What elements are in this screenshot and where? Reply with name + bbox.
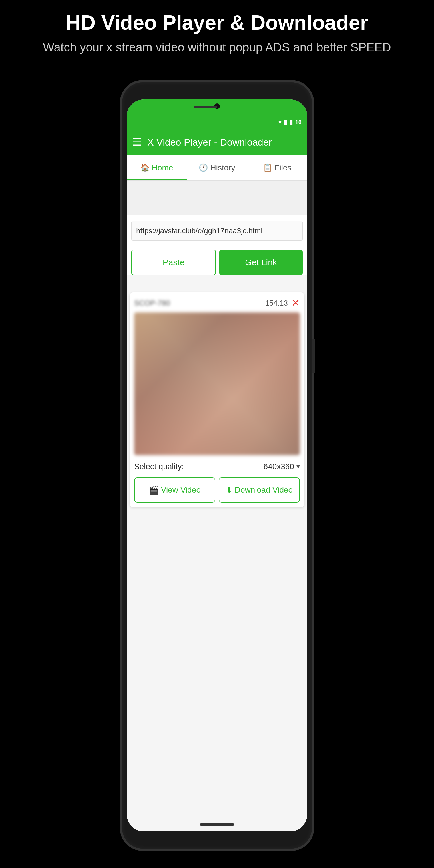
tab-files[interactable]: 📋 Files (247, 155, 307, 181)
download-video-label: Download Video (235, 486, 293, 495)
speaker-notch (194, 106, 217, 108)
video-title: SCOP-780 (134, 299, 263, 308)
video-card: SCOP-780 154:13 ✕ Select quality: 640x36… (130, 292, 304, 507)
download-icon: ⬇ (226, 486, 232, 495)
home-indicator (200, 824, 234, 826)
tab-files-label: Files (274, 163, 291, 173)
phone-screen: ▾ ▮ ▮ 10 ☰ X Video Player - Downloader 🏠… (127, 99, 307, 832)
status-bar: ▾ ▮ ▮ 10 (127, 115, 307, 129)
quality-select[interactable]: 640x360 ▾ (264, 462, 300, 471)
side-button (312, 339, 315, 373)
header-section: HD Video Player & Downloader Watch your … (0, 11, 434, 55)
battery-level: 10 (295, 119, 302, 126)
view-icon: 🎬 (149, 486, 159, 495)
app-bar: ☰ X Video Player - Downloader (127, 129, 307, 155)
home-icon: 🏠 (141, 163, 150, 172)
spacer (127, 275, 307, 292)
ad-banner (127, 181, 307, 215)
quality-value: 640x360 (264, 462, 294, 471)
wifi-icon: ▾ (278, 119, 282, 126)
tab-home[interactable]: 🏠 Home (127, 155, 187, 181)
video-duration: 154:13 (265, 299, 288, 308)
view-video-button[interactable]: 🎬 View Video (134, 477, 215, 502)
tab-history[interactable]: 🕐 History (187, 155, 247, 181)
download-video-button[interactable]: ⬇ Download Video (219, 477, 300, 502)
view-video-label: View Video (161, 486, 201, 495)
paste-button[interactable]: Paste (131, 250, 216, 275)
phone-shell: ▾ ▮ ▮ 10 ☰ X Video Player - Downloader 🏠… (120, 80, 314, 851)
notch-bar (127, 99, 307, 115)
tab-bar: 🏠 Home 🕐 History 📋 Files (127, 155, 307, 181)
quality-row: Select quality: 640x360 ▾ (134, 460, 300, 473)
tab-home-label: Home (152, 163, 173, 173)
tab-history-label: History (210, 163, 235, 173)
get-link-button[interactable]: Get Link (219, 250, 303, 275)
files-icon: 📋 (263, 163, 272, 172)
battery-icon: ▮ (289, 119, 293, 126)
close-video-button[interactable]: ✕ (291, 297, 300, 309)
video-thumbnail[interactable] (134, 312, 300, 455)
quality-label: Select quality: (134, 462, 184, 471)
action-button-row: Paste Get Link (127, 245, 307, 280)
action-buttons: 🎬 View Video ⬇ Download Video (134, 477, 300, 502)
signal-icon: ▮ (284, 119, 287, 126)
app-bar-title: X Video Player - Downloader (147, 137, 272, 148)
url-input[interactable] (131, 221, 303, 241)
page-subtitle: Watch your x stream video without popup … (0, 40, 434, 55)
phone-mockup: ▾ ▮ ▮ 10 ☰ X Video Player - Downloader 🏠… (120, 80, 314, 845)
history-icon: 🕐 (199, 163, 208, 172)
page-title: HD Video Player & Downloader (0, 11, 434, 34)
video-card-header: SCOP-780 154:13 ✕ (134, 297, 300, 309)
hamburger-menu-icon[interactable]: ☰ (132, 137, 142, 147)
url-area (127, 215, 307, 246)
chevron-down-icon: ▾ (297, 463, 300, 470)
